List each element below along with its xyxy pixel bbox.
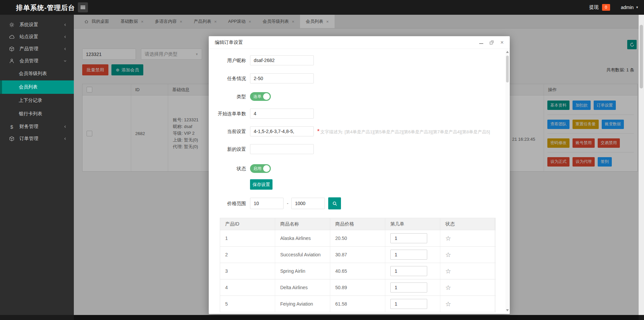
type-toggle-text: 连单 [253,94,261,100]
product-table: 产品ID 商品名称 商品价格 第几单 状态 1 Alaska Airlines … [220,218,496,312]
price-max-input[interactable] [291,198,325,209]
star-icon[interactable]: ☆ [445,300,451,308]
new-setting-input[interactable] [250,144,314,154]
star-icon[interactable]: ☆ [445,284,451,292]
nickname-input[interactable] [250,55,314,65]
price-range-separator: - [285,198,290,209]
sidebar-item-finance-management[interactable]: $ 财务管理 [0,121,74,133]
sidebar-item-member-level-list[interactable]: 会员等级列表 [0,67,74,80]
task-input[interactable] [250,73,314,83]
col-product-price: 商品价格 [330,218,385,230]
sidebar: 系统设置 站点设置 产品管理 会员管理 会员等级列表 会员列表 上下分记录 银行… [0,15,74,315]
sidebar-child-label: 上下分记录 [19,98,42,104]
sidebar-child-label: 会员等级列表 [19,71,47,77]
current-setting-input[interactable] [250,126,314,136]
product-id: 4 [220,279,275,296]
sidebar-item-system-settings[interactable]: 系统设置 [0,19,74,31]
sidebar-item-label: 订单管理 [19,136,38,142]
sidebar-item-site-settings[interactable]: 站点设置 [0,31,74,43]
star-icon[interactable]: ☆ [445,267,451,275]
edit-order-settings-dialog: 编辑订单设置 × 用户昵称 任务情况 类型 连单 开始连单单数 当前设置 *文字… [209,36,510,314]
minimize-icon[interactable] [479,40,484,45]
product-id: 2 [220,247,275,263]
new-setting-label: 新的设置 [209,144,246,154]
hamburger-menu-icon[interactable] [78,2,88,12]
product-name: Spring Airlin [275,263,330,279]
save-settings-button[interactable]: 保存设置 [250,179,273,190]
sidebar-item-member-list[interactable]: 会员列表 [0,80,74,94]
status-label: 状态 [209,164,246,173]
product-id: 3 [220,263,275,279]
maximize-icon[interactable] [489,40,494,45]
status-toggle-text: 启用 [253,166,261,172]
sidebar-item-label: 会员管理 [19,58,38,64]
toggle-knob [263,165,270,172]
required-asterisk: * [317,128,319,135]
order-number-input[interactable] [390,233,427,243]
sidebar-item-bankcard-list[interactable]: 银行卡列表 [0,107,74,121]
price-search-button[interactable] [328,197,341,209]
type-toggle[interactable]: 连单 [250,92,271,101]
task-label: 任务情况 [209,73,246,83]
order-number-input[interactable] [390,299,427,309]
table-row: 4 Delta Airlines 50.89 ☆ [220,279,495,296]
hint-text: 文字描述为: [第4单是产品1][第5单是产品2][第6单是产品3][第7单是产… [320,129,490,134]
dialog-scrollbar[interactable] [505,50,509,313]
product-price: 20.50 [330,230,385,246]
product-price: 61.58 [330,296,385,312]
sidebar-item-member-management[interactable]: 会员管理 [0,55,74,67]
box-icon [9,136,15,141]
product-price: 30.87 [330,247,385,263]
current-setting-hint: *文字描述为: [第4单是产品1][第5单是产品2][第6单是产品3][第7单是… [317,126,490,137]
table-row: 3 Spring Airlin 40.65 ☆ [220,263,495,279]
dialog-scrollbar-thumb[interactable] [506,56,509,82]
withdraw-link[interactable]: 提现 [589,4,599,10]
chevron-left-icon [63,35,67,39]
start-count-label: 开始连单单数 [209,109,246,119]
product-name: Feiying Aviation [275,296,330,312]
user-menu[interactable]: admin ▼ [621,5,639,10]
price-min-input[interactable] [250,198,284,209]
table-row: 5 Feiying Aviation 61.58 ☆ [220,296,495,312]
sidebar-child-label: 银行卡列表 [19,111,42,117]
username: admin [621,5,634,10]
dollar-icon: $ [9,124,15,129]
type-label: 类型 [209,92,246,101]
page-scrollbar-thumb[interactable] [640,25,643,88]
chevron-down-icon: ▼ [636,6,639,9]
col-order-number: 第几单 [385,218,440,230]
scroll-up-arrow-icon[interactable] [506,51,509,53]
product-id: 5 [220,296,275,312]
page-scrollbar[interactable] [639,15,644,315]
status-toggle[interactable]: 启用 [250,164,271,173]
dialog-title: 编辑订单设置 [215,40,243,46]
sidebar-child-label: 会员列表 [19,84,38,90]
sidebar-item-label: 系统设置 [19,22,38,28]
star-icon[interactable]: ☆ [445,251,451,259]
topbar-right: 提现 0 admin ▼ [589,0,639,15]
scroll-down-arrow-icon[interactable] [506,309,509,311]
cloud-icon [9,34,15,40]
sidebar-item-label: 站点设置 [19,34,38,40]
order-number-input[interactable] [390,266,427,276]
star-icon[interactable]: ☆ [445,235,451,242]
product-name: Delta Airlines [275,279,330,296]
sidebar-item-product-management[interactable]: 产品管理 [0,43,74,55]
col-status: 状态 [440,218,495,230]
sidebar-item-label: 财务管理 [19,124,38,130]
dialog-controls: × [479,36,504,49]
sidebar-item-updown-records[interactable]: 上下分记录 [0,94,74,107]
order-number-input[interactable] [390,282,427,293]
nickname-label: 用户昵称 [209,55,246,65]
sidebar-item-order-management[interactable]: 订单管理 [0,133,74,145]
box-icon [9,46,15,52]
close-icon[interactable]: × [500,40,504,45]
table-row: 2 Successful Aviation 30.87 ☆ [220,246,495,263]
chevron-left-icon [63,47,67,51]
order-number-input[interactable] [390,250,427,260]
app-title: 排单系统-管理后台 [16,3,75,12]
product-price: 50.89 [330,279,385,296]
chevron-left-icon [63,23,67,27]
product-price: 40.65 [330,263,385,279]
start-count-input[interactable] [250,109,314,119]
